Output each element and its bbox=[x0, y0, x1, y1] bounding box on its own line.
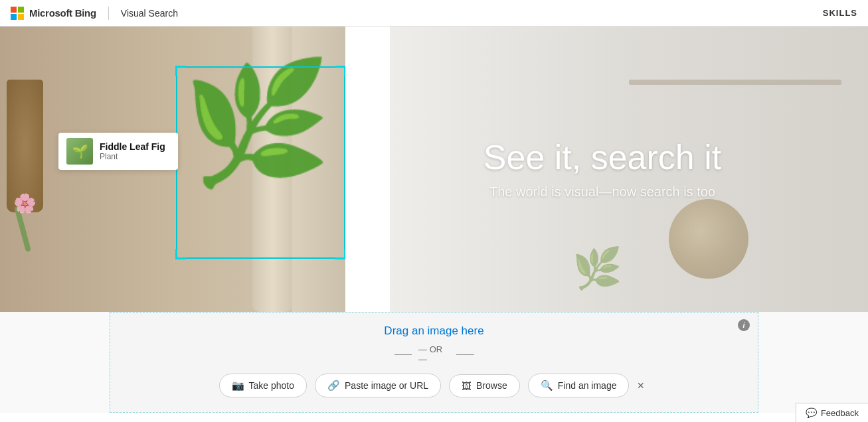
hero-title: See it, search it bbox=[483, 139, 721, 176]
header-logo: Microsoft Bing Visual Search bbox=[11, 7, 178, 20]
hero-section: 🌿 🌱 Fiddle Leaf Fig Plant 🌿 See it, sear… bbox=[0, 27, 868, 312]
browse-label: Browse bbox=[476, 380, 507, 391]
paste-icon: 🔗 bbox=[327, 380, 340, 391]
corner-br bbox=[335, 249, 345, 259]
header-divider bbox=[108, 7, 109, 20]
or-text: — OR — bbox=[418, 344, 450, 364]
corner-tl bbox=[175, 66, 186, 76]
close-button[interactable]: ✕ bbox=[633, 378, 649, 393]
plant-info: Fiddle Leaf Fig Plant bbox=[100, 141, 165, 161]
or-line-left bbox=[394, 354, 412, 355]
browse-icon: 🖼 bbox=[462, 380, 472, 391]
hero-text-area: See it, search it The world is visual—no… bbox=[390, 27, 868, 312]
feedback-label: Feedback bbox=[821, 408, 859, 413]
hero-left-bg: 🌿 🌱 Fiddle Leaf Fig Plant bbox=[0, 27, 345, 312]
plant-selection-box bbox=[176, 66, 345, 259]
header: Microsoft Bing Visual Search SKILLS bbox=[0, 0, 868, 27]
find-label: Find an image bbox=[558, 380, 617, 391]
or-divider: — OR — bbox=[394, 344, 474, 364]
info-icon[interactable]: i bbox=[738, 319, 750, 331]
plant-name: Fiddle Leaf Fig bbox=[100, 141, 165, 152]
microsoft-logo bbox=[11, 7, 24, 20]
paste-label: Paste image or URL bbox=[345, 380, 428, 391]
plant-thumbnail: 🌱 bbox=[66, 138, 93, 165]
feedback-icon: 💬 bbox=[806, 407, 817, 413]
take-photo-label: Take photo bbox=[249, 380, 295, 391]
take-photo-button[interactable]: 📷 Take photo bbox=[219, 374, 307, 397]
corner-bl bbox=[175, 249, 186, 259]
drag-text-here: here bbox=[462, 324, 484, 337]
corner-tr bbox=[335, 66, 345, 76]
action-buttons: 📷 Take photo 🔗 Paste image or URL 🖼 Brow… bbox=[219, 374, 650, 397]
drag-text-prefix: Drag an image bbox=[384, 324, 461, 337]
drag-text: Drag an image here bbox=[384, 324, 483, 338]
or-line-right bbox=[456, 354, 474, 355]
feedback-button[interactable]: 💬 Feedback bbox=[796, 403, 868, 413]
search-icon: 🔍 bbox=[541, 380, 553, 391]
visual-search-title: Visual Search bbox=[121, 8, 178, 19]
browse-button[interactable]: 🖼 Browse bbox=[449, 374, 520, 397]
bing-text: Microsoft Bing bbox=[29, 7, 96, 19]
find-image-button[interactable]: 🔍 Find an image bbox=[528, 374, 630, 397]
paste-button[interactable]: 🔗 Paste image or URL bbox=[315, 374, 441, 397]
camera-icon: 📷 bbox=[232, 380, 244, 391]
hero-subtitle: The world is visual—now search is too bbox=[489, 184, 715, 200]
search-wrapper: i Drag an image here — OR — 📷 Take photo… bbox=[0, 312, 868, 413]
skills-button[interactable]: SKILLS bbox=[823, 8, 857, 18]
search-box: i Drag an image here — OR — 📷 Take photo… bbox=[110, 312, 758, 413]
plant-tooltip: 🌱 Fiddle Leaf Fig Plant bbox=[58, 133, 178, 170]
plant-type: Plant bbox=[100, 152, 165, 161]
flower-decor bbox=[13, 192, 53, 259]
